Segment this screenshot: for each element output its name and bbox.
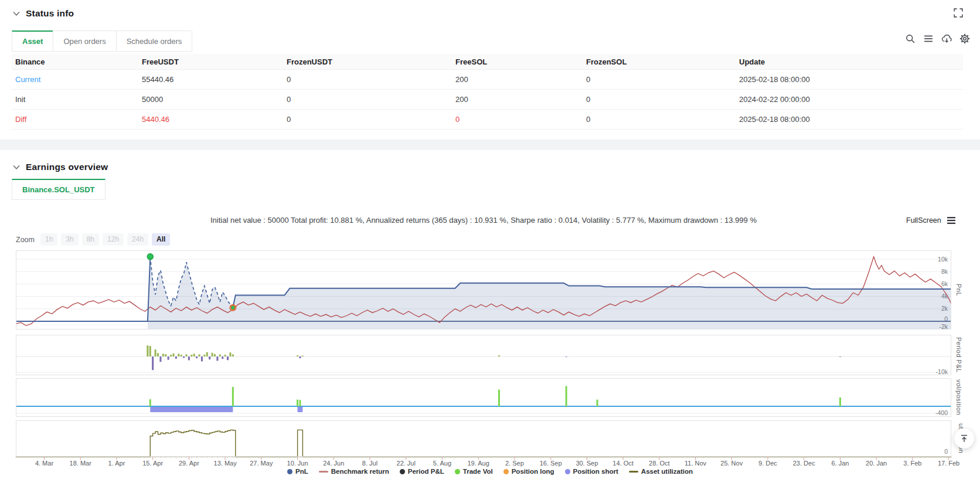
collapse-earnings-icon[interactable] <box>13 165 20 170</box>
table-row-init: Init50000020002024-02-22 00:00:00 <box>12 90 963 110</box>
zoom-range-all[interactable]: All <box>152 233 170 246</box>
table-toolbar <box>905 33 970 44</box>
legend-dot-icon <box>503 469 509 474</box>
expand-section-icon[interactable] <box>953 8 964 18</box>
cell-current-frozensol: 0 <box>583 75 736 84</box>
x-tick-label: 18. Mar <box>64 460 97 467</box>
status-section-title: Status info <box>26 8 74 19</box>
x-tick-label: 28. Oct <box>643 460 676 467</box>
x-tick-label: 27. May <box>245 460 278 467</box>
earnings-tabs: Binance.SOL_USDT <box>12 179 106 200</box>
fullscreen-button[interactable]: FullScreen <box>906 216 956 225</box>
svg-text:8k: 8k <box>941 268 948 275</box>
legend-label: Asset utilization <box>641 468 693 475</box>
legend-dot-icon <box>400 469 405 474</box>
row-label-current[interactable]: Current <box>12 75 138 84</box>
legend-label: PnL <box>295 468 308 475</box>
x-tick-label: 30. Sep <box>570 460 603 467</box>
legend-item-position-short[interactable]: Position short <box>565 468 618 475</box>
earnings-section-title: Earnings overview <box>26 162 108 172</box>
fullscreen-label: FullScreen <box>906 216 941 225</box>
tab-open-orders[interactable]: Open orders <box>53 30 116 52</box>
zoom-range-12h[interactable]: 12h <box>103 233 124 246</box>
status-section-header: Status info <box>13 8 74 19</box>
pnl-panel[interactable]: 10k8k6k4k2k0-2k <box>0 250 980 332</box>
x-tick-label: 1. Apr <box>100 460 133 467</box>
app-root: { "status_section": { "title": "Status i… <box>0 0 980 479</box>
legend-item-pnl[interactable]: PnL <box>287 468 308 475</box>
zoom-buttons: 1h3h8h12h24hAll <box>40 233 170 246</box>
row-label-diff: Diff <box>12 115 138 124</box>
vol-position-axis-title: vol/position <box>955 378 962 417</box>
cell-diff-frozensol: 0 <box>583 115 736 124</box>
legend-label: Benchmark return <box>331 468 389 475</box>
x-tick-label: 11. Nov <box>679 460 712 467</box>
legend-dot-icon <box>565 469 570 474</box>
x-tick-label: 16. Sep <box>535 460 567 467</box>
period-pnl-axis-title: Period P&L <box>955 335 962 375</box>
asset-table-body: Current55440.46020002025-02-18 08:00:00I… <box>12 70 963 130</box>
x-tick-label: 10. Jun <box>281 460 314 467</box>
tab-asset[interactable]: Asset <box>12 30 53 52</box>
x-tick-label: 5. Aug <box>426 460 458 467</box>
earnings-chart[interactable]: 10k8k6k4k2k0-2k -10k -400 0 4. Mar18. Ma… <box>0 249 980 479</box>
arrow-up-to-line-icon <box>959 434 969 443</box>
table-row-diff: Diff5440.460002025-02-18 08:00:00 <box>12 110 963 130</box>
cell-current-freesol: 200 <box>452 75 583 84</box>
row-label-init: Init <box>12 95 138 104</box>
zoom-range-1h[interactable]: 1h <box>40 233 57 246</box>
legend-item-position-long[interactable]: Position long <box>503 468 554 475</box>
menu-icon[interactable] <box>923 33 934 44</box>
svg-text:-400: -400 <box>935 409 948 416</box>
x-tick-label: 17. Feb <box>933 460 965 467</box>
asset-table: BinanceFreeUSDTFrozenUSDTFreeSOLFrozenSO… <box>12 54 963 130</box>
cell-diff-update: 2025-02-18 08:00:00 <box>736 115 963 124</box>
back-to-top-button[interactable] <box>954 429 974 449</box>
cell-current-update: 2025-02-18 08:00:00 <box>736 75 963 84</box>
column-header-frozensol: FrozenSOL <box>583 57 736 66</box>
cloud-download-icon[interactable] <box>941 33 952 44</box>
collapse-status-icon[interactable] <box>13 11 20 16</box>
x-tick-label: 8. Jul <box>353 460 386 467</box>
legend-item-asset-utilization[interactable]: Asset utilization <box>629 468 693 475</box>
x-tick-label: 20. Jan <box>860 460 893 467</box>
period-pnl-panel[interactable]: -10k <box>0 335 980 375</box>
x-tick-label: 13. May <box>209 460 241 467</box>
performance-summary: Initial net value : 50000 Total profit: … <box>16 216 951 225</box>
legend-line-icon <box>319 471 328 473</box>
x-tick-label: 9. Dec <box>751 460 784 467</box>
legend-item-benchmark-return[interactable]: Benchmark return <box>319 468 389 475</box>
tab-schedule-orders[interactable]: Schedule orders <box>116 30 193 52</box>
cell-init-update: 2024-02-22 00:00:00 <box>736 95 963 104</box>
cell-diff-freesol: 0 <box>452 115 583 124</box>
legend-label: Position long <box>512 468 554 475</box>
svg-text:-10k: -10k <box>936 368 948 375</box>
column-header-frozenusdt: FrozenUSDT <box>283 57 452 66</box>
chart-legend: PnLBenchmark returnPeriod P&LTrade VolPo… <box>0 468 980 475</box>
zoom-range-8h[interactable]: 8h <box>82 233 99 246</box>
x-tick-label: 14. Oct <box>607 460 639 467</box>
settings-gear-icon[interactable] <box>959 33 970 44</box>
chart-menu-icon[interactable] <box>947 216 956 225</box>
legend-item-trade-vol[interactable]: Trade Vol <box>455 468 493 475</box>
x-tick-label: 6. Jan <box>824 460 856 467</box>
x-tick-label: 24. Jun <box>317 460 350 467</box>
zoom-range-3h[interactable]: 3h <box>61 233 78 246</box>
utilization-panel[interactable]: 0 <box>0 420 980 461</box>
cell-current-freeusdt: 55440.46 <box>138 75 283 84</box>
column-header-freeusdt: FreeUSDT <box>138 57 283 66</box>
vol-position-panel[interactable]: -400 <box>0 378 980 417</box>
earnings-section-header: Earnings overview <box>13 162 108 172</box>
tab-binance-sol-usdt[interactable]: Binance.SOL_USDT <box>12 179 106 200</box>
cell-init-frozenusdt: 0 <box>283 95 452 104</box>
legend-label: Trade Vol <box>463 468 493 475</box>
zoom-range-24h[interactable]: 24h <box>127 233 148 246</box>
search-icon[interactable] <box>905 33 916 44</box>
x-tick-label: 15. Apr <box>137 460 169 467</box>
x-tick-label: 23. Dec <box>788 460 821 467</box>
status-tabs: AssetOpen ordersSchedule orders <box>12 30 192 52</box>
svg-text:0: 0 <box>944 448 948 455</box>
x-tick-label: 2. Sep <box>498 460 531 467</box>
legend-item-period-p-l[interactable]: Period P&L <box>400 468 444 475</box>
cell-diff-frozenusdt: 0 <box>283 115 452 124</box>
